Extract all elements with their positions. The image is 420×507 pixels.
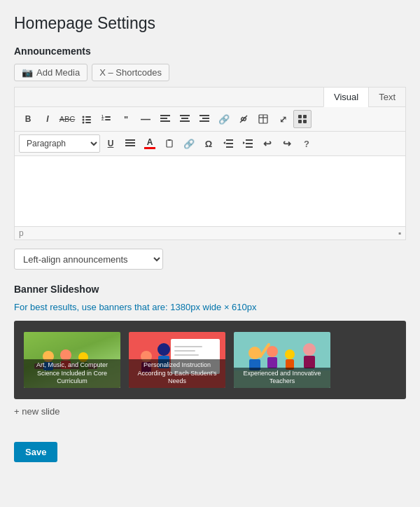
help-button[interactable]: ? [298,134,316,153]
special-char-button[interactable]: Ω [200,134,218,153]
editor-content-area[interactable] [15,156,405,226]
svg-rect-26 [303,120,307,123]
blockquote-button[interactable]: " [117,110,135,128]
svg-marker-39 [243,141,245,144]
svg-rect-55 [174,350,195,352]
toolbar-row-1: B I ABC 1. 2. [15,107,405,132]
kitchen-sink-button[interactable] [293,110,312,128]
underline-button[interactable]: U [102,134,120,153]
svg-text:2.: 2. [102,117,105,121]
align-right-button[interactable] [195,110,214,128]
banner-slideshow-section: Banner Slideshow For best results, use b… [14,284,406,417]
ordered-list-button[interactable]: 1. 2. [97,110,115,128]
svg-point-62 [267,346,278,357]
svg-point-50 [158,343,170,356]
svg-rect-56 [174,354,199,356]
slide-3-caption: Experienced and Innovative Teachers [234,368,330,388]
status-tag: p [19,228,24,238]
svg-rect-38 [246,146,253,148]
svg-rect-16 [200,115,209,116]
toolbar-row-2: Paragraph Heading 1 Heading 2 Heading 3 … [15,132,405,156]
media-bar: 📷 Add Media X – Shortcodes [14,64,406,81]
svg-rect-25 [298,120,302,123]
announcements-label: Announcements [14,46,406,57]
justify-button[interactable] [121,134,139,153]
svg-rect-23 [298,115,302,118]
editor-wrap: Visual Text B I ABC 1. [14,87,406,240]
svg-rect-5 [85,122,91,123]
svg-rect-67 [304,356,315,368]
svg-rect-10 [160,115,170,116]
svg-rect-18 [200,120,209,122]
svg-rect-17 [202,118,209,119]
banner-hint: For best results, use banners that are: … [14,302,406,312]
save-section: Save [14,429,406,462]
slide-2-caption: Personalized Instruction According to Ea… [129,359,225,388]
indent-button[interactable] [239,134,257,153]
svg-rect-29 [125,145,135,146]
alignment-dropdown-wrap: Left-align announcements Center announce… [14,249,406,270]
svg-rect-7 [105,116,111,118]
svg-rect-34 [226,146,233,148]
svg-rect-24 [303,115,307,118]
camera-icon: 📷 [22,67,33,78]
svg-rect-1 [85,116,91,118]
align-left-button[interactable] [156,110,174,128]
undo-button[interactable]: ↩ [258,134,276,153]
svg-rect-3 [85,119,91,120]
unordered-list-button[interactable] [78,110,96,128]
editor-tabs: Visual Text [15,88,405,107]
svg-rect-30 [167,140,172,147]
horizontal-rule-button[interactable]: — [136,110,155,128]
save-button[interactable]: Save [14,442,57,462]
svg-rect-37 [246,143,253,144]
fullscreen-button[interactable]: ⤢ [274,110,292,128]
svg-rect-36 [246,139,253,141]
resize-handle[interactable]: ▪ [398,228,401,238]
svg-point-64 [285,349,295,359]
editor-statusbar: p ▪ [15,226,405,239]
svg-rect-28 [125,142,135,144]
svg-point-59 [248,347,261,359]
paste-button[interactable] [160,134,178,153]
svg-rect-13 [180,115,190,116]
slide-1-caption: Art, Music, and Computer Science Include… [24,359,120,388]
svg-rect-54 [174,346,202,347]
insert-link-button[interactable]: 🔗 [215,110,233,128]
svg-rect-14 [181,118,188,119]
strikethrough-button[interactable]: ABC [58,110,76,128]
bold-button[interactable]: B [19,110,37,128]
page-title: Homepage Settings [14,14,406,33]
shortcodes-button[interactable]: X – Shortcodes [92,64,169,81]
redo-button[interactable]: ↪ [278,134,296,153]
svg-rect-11 [160,118,167,119]
insert-table-button[interactable] [254,110,272,128]
tab-text[interactable]: Text [368,88,405,106]
svg-rect-27 [125,139,135,141]
alignment-select[interactable]: Left-align announcements Center announce… [14,249,163,270]
svg-point-4 [83,122,85,124]
italic-button[interactable]: I [38,110,57,128]
svg-point-66 [303,343,316,356]
tab-visual[interactable]: Visual [323,88,368,107]
link-button-2[interactable]: 🔗 [180,134,198,153]
slideshow-container: Art, Music, and Computer Science Include… [14,321,406,399]
align-center-button[interactable] [176,110,194,128]
svg-rect-9 [105,119,111,120]
slide-3[interactable]: Experienced and Innovative Teachers [234,332,330,388]
announcements-section: Announcements 📷 Add Media X – Shortcodes… [14,46,406,270]
outdent-button[interactable] [219,134,237,153]
new-slide-link[interactable]: + new slide [14,406,59,417]
paragraph-select[interactable]: Paragraph Heading 1 Heading 2 Heading 3 … [19,134,100,153]
svg-marker-35 [223,141,225,144]
text-color-button[interactable]: A [141,134,159,153]
slide-2[interactable]: Personalized Instruction According to Ea… [129,332,225,388]
slide-1[interactable]: Art, Music, and Computer Science Include… [24,332,120,388]
svg-point-2 [83,119,85,121]
svg-rect-32 [226,139,233,141]
svg-rect-63 [267,357,277,368]
banner-dimensions: 1380px wide × 610px [170,302,256,312]
add-media-button[interactable]: 📷 Add Media [14,64,88,81]
svg-point-0 [83,116,85,118]
unlink-button[interactable] [234,110,253,128]
